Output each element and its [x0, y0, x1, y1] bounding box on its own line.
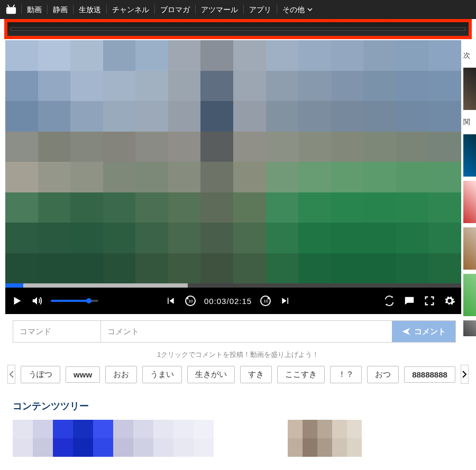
easy-comment-chip[interactable]: おお [105, 366, 137, 383]
easy-scroll-right-button[interactable] [461, 365, 469, 384]
comment-form: コマンド コメント コメント [13, 320, 456, 343]
highlighted-region [4, 19, 472, 39]
easy-comment-chip[interactable]: おつ [367, 366, 399, 383]
repeat-button[interactable] [383, 294, 396, 307]
nav-item-other[interactable]: その他 [277, 5, 318, 14]
content-tree-thumb[interactable] [13, 420, 214, 457]
easy-comment-chip[interactable]: うまい [142, 366, 182, 383]
easy-comment-chip[interactable]: 生きがい [187, 366, 235, 383]
chevron-down-icon [307, 6, 313, 13]
right-sidebar: 次 関 [463, 51, 476, 336]
rewind-10-button[interactable]: 10 [184, 294, 197, 307]
nav-item-other-label: その他 [282, 5, 305, 14]
content-tree-thumb[interactable] [288, 420, 362, 457]
easy-comment-chip[interactable]: www [66, 366, 100, 383]
fullscreen-button[interactable] [423, 294, 436, 307]
player-controls: 10 00:03/02:15 10 [5, 288, 461, 314]
content-tree-heading: コンテンツツリー [13, 400, 476, 412]
nav-item-live[interactable]: 生放送 [73, 5, 106, 14]
sidebar-thumb[interactable] [463, 320, 476, 336]
send-icon [401, 327, 411, 336]
content-tree [13, 420, 476, 457]
rewind-amount: 10 [188, 299, 193, 303]
volume-slider[interactable] [51, 300, 98, 302]
sidebar-thumb[interactable] [463, 274, 476, 316]
comment-input[interactable]: コメント [101, 321, 392, 342]
highlighted-region-inner [11, 27, 465, 31]
video-canvas[interactable] [5, 40, 461, 283]
next-videos-heading: 次 [463, 51, 476, 60]
current-time: 00:03 [204, 297, 227, 306]
seek-played [5, 283, 23, 288]
related-videos-heading: 関 [463, 117, 476, 127]
sidebar-thumb[interactable] [463, 181, 476, 223]
seek-bar[interactable] [5, 283, 461, 288]
video-player: 10 00:03/02:15 10 [5, 40, 461, 314]
nav-item-video[interactable]: 動画 [21, 5, 47, 14]
volume-icon[interactable] [31, 294, 43, 307]
forward-amount: 10 [263, 299, 268, 303]
settings-button[interactable] [443, 294, 456, 307]
sidebar-thumb[interactable] [463, 134, 476, 177]
seek-buffered [5, 283, 188, 288]
play-button[interactable] [11, 294, 23, 307]
easy-scroll-left-button[interactable] [7, 365, 15, 384]
sidebar-thumb[interactable] [463, 68, 476, 110]
easy-comment-chip[interactable]: 88888888 [404, 366, 455, 383]
comment-submit-label: コメント [414, 327, 446, 337]
sidebar-thumb[interactable] [463, 227, 476, 270]
comment-submit-button[interactable]: コメント [392, 321, 455, 342]
easy-comment-row: うぽつ www おお うまい 生きがい すき ここすき ！？ おつ 888888… [0, 364, 476, 385]
skip-back-button[interactable] [164, 294, 177, 307]
top-navigation: 動画 静画 生放送 チャンネル ブロマガ アツマール アプリ その他 [0, 0, 476, 19]
easy-comment-chip[interactable]: ！？ [330, 366, 362, 383]
time-display: 00:03/02:15 [204, 297, 252, 306]
forward-10-button[interactable]: 10 [259, 294, 272, 307]
skip-forward-button[interactable] [279, 294, 292, 307]
easy-comment-chip[interactable]: すき [240, 366, 272, 383]
command-input[interactable]: コマンド [13, 321, 101, 342]
nav-item-blomaga[interactable]: ブロマガ [154, 5, 195, 14]
easy-comment-chip[interactable]: ここすき [277, 366, 325, 383]
site-logo-icon[interactable] [5, 4, 17, 15]
svg-rect-0 [6, 7, 16, 14]
nav-item-app[interactable]: アプリ [243, 5, 277, 14]
easy-comment-hint: 1クリックでコメントを投稿！動画を盛り上げよう！ [0, 350, 476, 360]
easy-comment-chip[interactable]: うぽつ [21, 366, 60, 383]
nav-item-atsumaru[interactable]: アツマール [195, 5, 243, 14]
comment-toggle-button[interactable] [403, 294, 416, 307]
nav-item-channel[interactable]: チャンネル [106, 5, 154, 14]
duration: 02:15 [230, 297, 252, 306]
nav-item-image[interactable]: 静画 [47, 5, 73, 14]
